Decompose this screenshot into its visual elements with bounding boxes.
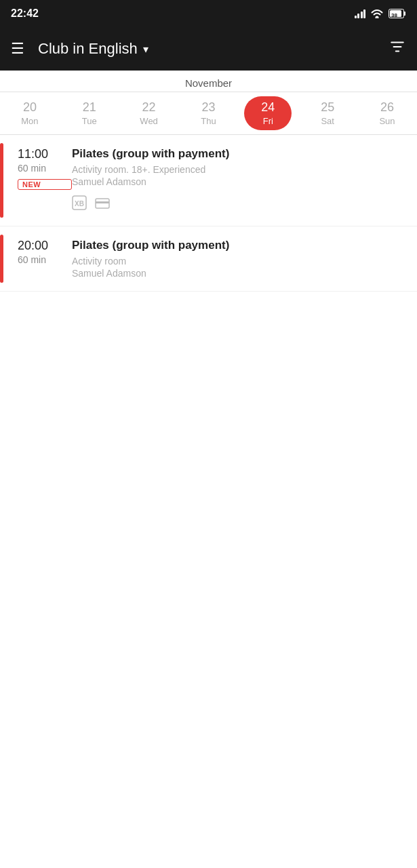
event-subtitle-1: Activity room. 18+. Experienced: [72, 164, 406, 175]
calendar-day-fri[interactable]: 24 Fri: [244, 96, 292, 130]
schedule-item-2[interactable]: 20:00 60 min Pilates (group with payment…: [0, 226, 417, 292]
duration-label-2: 60 min: [18, 254, 72, 265]
day-name-thu: Thu: [201, 116, 216, 126]
calendar-day-sat[interactable]: 25 Sat: [304, 96, 351, 130]
signal-icon: [355, 9, 366, 18]
calendar-row: 20 Mon 21 Tue 22 Wed 23 Thu 24 Fri 25 Sa…: [0, 92, 417, 135]
badge-new-1: NEW: [18, 179, 72, 190]
event-block-2: Pilates (group with payment) Activity ro…: [72, 239, 406, 279]
event-subtitle-2: Activity room: [72, 256, 406, 267]
battery-icon: 38: [389, 9, 406, 18]
day-num-25: 25: [321, 100, 334, 115]
filter-icon[interactable]: path{stroke:white;stroke-width:2;stroke-…: [389, 38, 406, 60]
left-bar-2: [0, 235, 3, 283]
time-label-2: 20:00: [18, 239, 72, 253]
day-num-26: 26: [380, 100, 394, 115]
event-trainer-2: Samuel Adamson: [72, 268, 406, 279]
event-icons-1: XB: [72, 195, 406, 214]
calendar-day-mon[interactable]: 20 Mon: [6, 96, 54, 130]
club-name-label: Club in English: [38, 40, 138, 58]
svg-text:38: 38: [391, 12, 397, 18]
day-name-sat: Sat: [321, 116, 334, 126]
day-name-tue: Tue: [82, 116, 97, 126]
phone-icon[interactable]: [141, 195, 155, 214]
calendar-day-sun[interactable]: 26 Sun: [363, 96, 411, 130]
schedule-list: 11:00 60 min NEW Pilates (group with pay…: [0, 135, 417, 292]
month-label: November: [0, 71, 417, 92]
day-num-21: 21: [83, 100, 96, 115]
day-name-mon: Mon: [21, 116, 38, 126]
svg-rect-1: [404, 12, 406, 16]
time-block-1: 11:00 60 min NEW: [11, 147, 72, 214]
event-block-1: Pilates (group with payment) Activity ro…: [72, 147, 406, 214]
header-title-area: Club in English ▾: [38, 40, 389, 58]
calendar-day-thu[interactable]: 23 Thu: [184, 96, 232, 130]
day-num-23: 23: [201, 100, 215, 115]
event-title-2: Pilates (group with payment): [72, 239, 406, 252]
day-num-24: 24: [261, 100, 275, 115]
dropdown-icon[interactable]: ▾: [143, 43, 148, 56]
duration-label-1: 60 min: [18, 163, 72, 174]
day-num-22: 22: [142, 100, 156, 115]
event-title-1: Pilates (group with payment): [72, 147, 406, 161]
payment-icon[interactable]: [95, 197, 110, 212]
star-icon[interactable]: [118, 195, 133, 214]
day-name-fri: Fri: [263, 116, 273, 126]
app-header: ☰ Club in English ▾ path{stroke:white;st…: [0, 27, 417, 71]
event-trainer-1: Samuel Adamson: [72, 176, 406, 187]
calendar-day-wed[interactable]: 22 Wed: [125, 96, 173, 130]
day-num-20: 20: [23, 100, 37, 115]
time-block-2: 20:00 60 min: [11, 239, 72, 279]
calendar-day-tue[interactable]: 21 Tue: [66, 96, 113, 130]
xb-icon[interactable]: XB: [72, 195, 87, 214]
svg-rect-7: [96, 201, 109, 203]
day-name-sun: Sun: [379, 116, 395, 126]
schedule-item-1[interactable]: 11:00 60 min NEW Pilates (group with pay…: [0, 135, 417, 226]
wifi-icon: [371, 9, 383, 18]
time-label-1: 11:00: [18, 147, 72, 161]
left-bar-1: [0, 143, 3, 218]
hamburger-menu-icon[interactable]: ☰: [11, 40, 24, 58]
status-bar: 22:42 38: [0, 0, 417, 27]
svg-text:XB: XB: [75, 200, 84, 208]
status-icons: 38: [355, 9, 407, 18]
status-time: 22:42: [11, 7, 39, 20]
day-name-wed: Wed: [140, 116, 158, 126]
